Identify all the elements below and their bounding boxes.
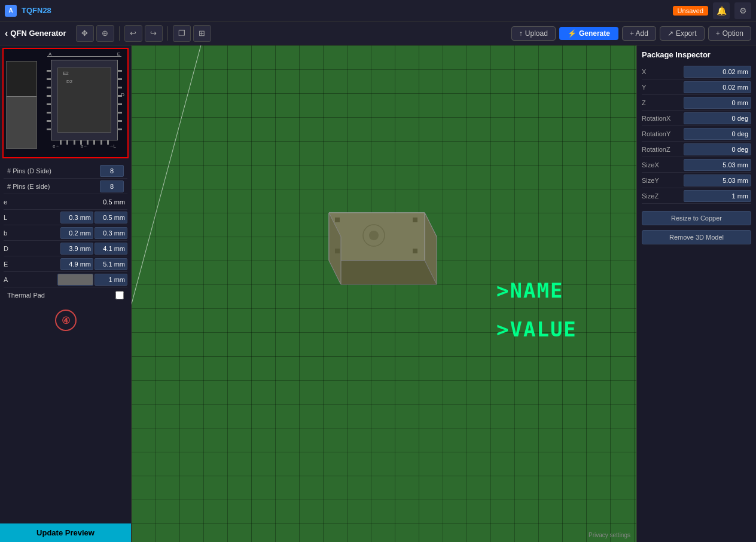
- param-d-min-input[interactable]: [60, 243, 93, 255]
- param-b-max-input[interactable]: [94, 227, 127, 239]
- upload-button[interactable]: ↑ Upload: [511, 26, 556, 41]
- inspector-buttons: Resize to Copper Remove 3D Model: [642, 209, 751, 247]
- inspector-sizey-label: SizeY: [642, 177, 684, 184]
- inspector-y-label: Y: [642, 84, 684, 91]
- pins-d-input[interactable]: [100, 165, 124, 177]
- redo-button[interactable]: ↪: [145, 25, 163, 42]
- top-bar-right: Unsaved 🔔 ⚙: [673, 2, 751, 19]
- separator: [119, 26, 120, 41]
- b-dim: b←: [81, 143, 88, 149]
- resize-to-copper-button[interactable]: Resize to Copper: [642, 211, 751, 225]
- inspector-rotx-label: RotationX: [642, 115, 684, 122]
- param-b-min-input[interactable]: [60, 227, 93, 239]
- pin: [47, 112, 51, 114]
- param-e-value: 0.5 mm: [71, 198, 128, 206]
- inspector-title: Package Inspector: [642, 50, 751, 59]
- pin: [118, 128, 122, 130]
- undo-button[interactable]: ↩: [124, 25, 142, 42]
- privacy-settings[interactable]: Privacy settings: [589, 532, 630, 538]
- main-layout: A E E2 D2 D: [0, 45, 756, 542]
- chip-inner: E2 D2: [57, 68, 111, 133]
- param-b-label: b: [4, 229, 16, 237]
- toolbar-right: ↑ Upload ⚡ Generate + Add ↗ Export + Opt…: [511, 26, 751, 41]
- e-dim: e←: [53, 143, 60, 149]
- inspector-sizez-row: SizeZ 1 mm: [642, 188, 751, 204]
- back-icon[interactable]: ‹: [5, 28, 8, 39]
- param-a-color-input[interactable]: [57, 274, 93, 286]
- annotation-area: ④: [0, 305, 131, 335]
- cursor-tool-button[interactable]: ⊕: [96, 25, 114, 42]
- inspector-rotz-value: 0 deg: [684, 143, 751, 155]
- pins-left: [47, 66, 51, 134]
- param-d-max-input[interactable]: [94, 243, 127, 255]
- param-e-param-label: E: [4, 261, 16, 268]
- thermal-pad-checkbox[interactable]: [115, 291, 124, 299]
- lightning-icon: ⚡: [568, 29, 577, 38]
- inspector-rotx-value: 0 deg: [684, 112, 751, 124]
- value-label: >VALUE: [496, 317, 577, 341]
- export-icon: ↗: [667, 29, 673, 38]
- inspector-sizex-label: SizeX: [642, 161, 684, 169]
- grid-button[interactable]: ⊞: [193, 25, 211, 42]
- app-title: TQFN28: [22, 6, 51, 15]
- inspector-sizex-value: 5.03 mm: [684, 159, 751, 171]
- side-body: [7, 96, 36, 148]
- toolbar-left: ‹ QFN Generator ✥ ⊕ ↩ ↪ ❐ ⊞: [5, 25, 211, 42]
- dim-line-top: [47, 56, 121, 57]
- param-e-min-input[interactable]: [60, 258, 93, 270]
- add-button[interactable]: + Add: [622, 26, 656, 41]
- inspector-sizex-row: SizeX 5.03 mm: [642, 157, 751, 173]
- step-4-annotation: ④: [55, 310, 77, 331]
- unsaved-badge: Unsaved: [673, 6, 708, 16]
- move-tool-button[interactable]: ✥: [76, 25, 94, 42]
- pin: [118, 103, 122, 105]
- param-l-max-input[interactable]: [94, 212, 127, 223]
- pins-d-label: # Pins (D Side): [7, 167, 100, 174]
- inspector-x-label: X: [642, 68, 684, 75]
- copy-button[interactable]: ❐: [173, 25, 191, 42]
- package-inspector-panel: Package Inspector X 0.02 mm Y 0.02 mm Z …: [636, 45, 756, 542]
- generate-button[interactable]: ⚡ Generate: [559, 27, 618, 40]
- center-dot: [369, 231, 379, 240]
- d2-label: D2: [66, 79, 72, 84]
- export-button[interactable]: ↗ Export: [660, 26, 705, 41]
- notify-button[interactable]: 🔔: [713, 2, 730, 19]
- param-e-label: e: [4, 198, 16, 206]
- separator2: [167, 26, 168, 41]
- pin: [47, 95, 51, 97]
- pins-d-row: # Pins (D Side): [4, 163, 127, 179]
- corner-mark-br: [413, 249, 417, 253]
- inspector-sizey-row: SizeY 5.03 mm: [642, 173, 751, 188]
- pin: [47, 128, 51, 130]
- pins-e-row: # Pins (E side): [4, 179, 127, 194]
- inspector-rotz-row: RotationZ 0 deg: [642, 142, 751, 157]
- thermal-pad-label: Thermal Pad: [7, 292, 115, 299]
- param-e-row: e 0.5 mm: [4, 194, 127, 210]
- update-preview-button[interactable]: Update Preview: [0, 523, 131, 542]
- e2-label: E2: [63, 71, 69, 76]
- inspector-rotz-label: RotationZ: [642, 146, 684, 153]
- remove-3d-model-button[interactable]: Remove 3D Model: [642, 230, 751, 244]
- param-l-min-input[interactable]: [60, 212, 93, 223]
- pin: [47, 103, 51, 105]
- inspector-sizey-value: 5.03 mm: [684, 174, 751, 186]
- inspector-sizez-value: 1 mm: [684, 190, 751, 202]
- option-button[interactable]: + Option: [708, 26, 751, 41]
- inspector-roty-label: RotationY: [642, 130, 684, 137]
- inspector-z-row: Z 0 mm: [642, 95, 751, 111]
- param-e-max-input[interactable]: [94, 258, 127, 270]
- panel-content: A E E2 D2 D: [0, 45, 131, 523]
- inspector-y-value: 0.02 mm: [684, 81, 751, 93]
- pins-e-label: # Pins (E side): [7, 183, 100, 190]
- param-a-max-input[interactable]: [94, 274, 127, 286]
- package-3d-container: [305, 189, 449, 322]
- pin: [47, 70, 51, 72]
- settings-button[interactable]: ⚙: [734, 2, 751, 19]
- param-section: # Pins (D Side) # Pins (E side) e 0.5 mm…: [0, 161, 131, 305]
- corner-mark-bl: [335, 249, 340, 253]
- param-a-label: A: [4, 276, 16, 283]
- inspector-rotx-row: RotationX 0 deg: [642, 111, 751, 126]
- toolbar: ‹ QFN Generator ✥ ⊕ ↩ ↪ ❐ ⊞ ↑ Upload ⚡ G…: [0, 22, 756, 45]
- pins-e-input[interactable]: [100, 180, 124, 192]
- pin: [47, 87, 51, 88]
